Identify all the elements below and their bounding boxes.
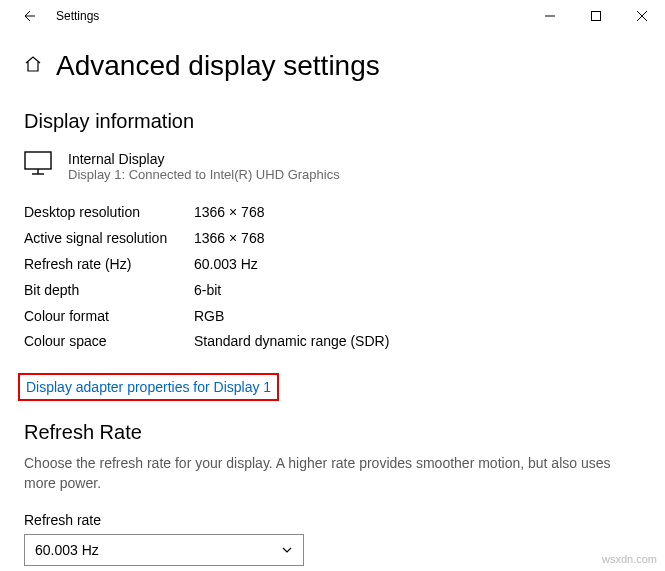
maximize-icon (591, 11, 601, 21)
close-button[interactable] (619, 0, 665, 32)
dropdown-selected-value: 60.003 Hz (35, 542, 99, 558)
info-row: Refresh rate (Hz) 60.003 Hz (24, 252, 641, 278)
info-label: Active signal resolution (24, 226, 194, 252)
home-icon[interactable] (24, 55, 42, 77)
back-arrow-icon (20, 8, 36, 24)
highlight-box: Display adapter properties for Display 1 (18, 373, 279, 401)
chevron-down-icon (281, 544, 293, 556)
info-value: Standard dynamic range (SDR) (194, 329, 389, 355)
info-row: Active signal resolution 1366 × 768 (24, 226, 641, 252)
info-row: Colour format RGB (24, 304, 641, 330)
info-value: 60.003 Hz (194, 252, 258, 278)
monitor-icon (24, 151, 52, 179)
display-connection: Display 1: Connected to Intel(R) UHD Gra… (68, 167, 340, 182)
display-adapter-link[interactable]: Display adapter properties for Display 1 (26, 379, 271, 395)
refresh-rate-dropdown[interactable]: 60.003 Hz (24, 534, 304, 566)
svg-rect-1 (592, 12, 601, 21)
app-title: Settings (56, 9, 99, 23)
minimize-button[interactable] (527, 0, 573, 32)
refresh-rate-section: Refresh Rate Choose the refresh rate for… (24, 421, 641, 565)
page-header: Advanced display settings (24, 50, 641, 82)
display-info-table: Desktop resolution 1366 × 768 Active sig… (24, 200, 641, 355)
info-label: Refresh rate (Hz) (24, 252, 194, 278)
info-label: Desktop resolution (24, 200, 194, 226)
info-label: Colour format (24, 304, 194, 330)
page-title: Advanced display settings (56, 50, 380, 82)
back-button[interactable] (8, 0, 48, 32)
maximize-button[interactable] (573, 0, 619, 32)
info-label: Colour space (24, 329, 194, 355)
refresh-rate-label: Refresh rate (24, 512, 641, 528)
window-controls (527, 0, 665, 32)
titlebar: Settings (0, 0, 665, 32)
display-header: Internal Display Display 1: Connected to… (24, 151, 641, 182)
content-area: Advanced display settings Display inform… (0, 32, 665, 566)
info-label: Bit depth (24, 278, 194, 304)
display-name: Internal Display (68, 151, 340, 167)
minimize-icon (545, 11, 555, 21)
refresh-rate-heading: Refresh Rate (24, 421, 641, 444)
info-row: Bit depth 6-bit (24, 278, 641, 304)
info-value: 1366 × 768 (194, 200, 264, 226)
info-value: RGB (194, 304, 224, 330)
info-value: 6-bit (194, 278, 221, 304)
refresh-rate-description: Choose the refresh rate for your display… (24, 454, 641, 493)
svg-rect-4 (25, 152, 51, 169)
info-row: Colour space Standard dynamic range (SDR… (24, 329, 641, 355)
watermark: wsxdn.com (602, 553, 657, 565)
display-info-heading: Display information (24, 110, 641, 133)
close-icon (637, 11, 647, 21)
info-row: Desktop resolution 1366 × 768 (24, 200, 641, 226)
info-value: 1366 × 768 (194, 226, 264, 252)
